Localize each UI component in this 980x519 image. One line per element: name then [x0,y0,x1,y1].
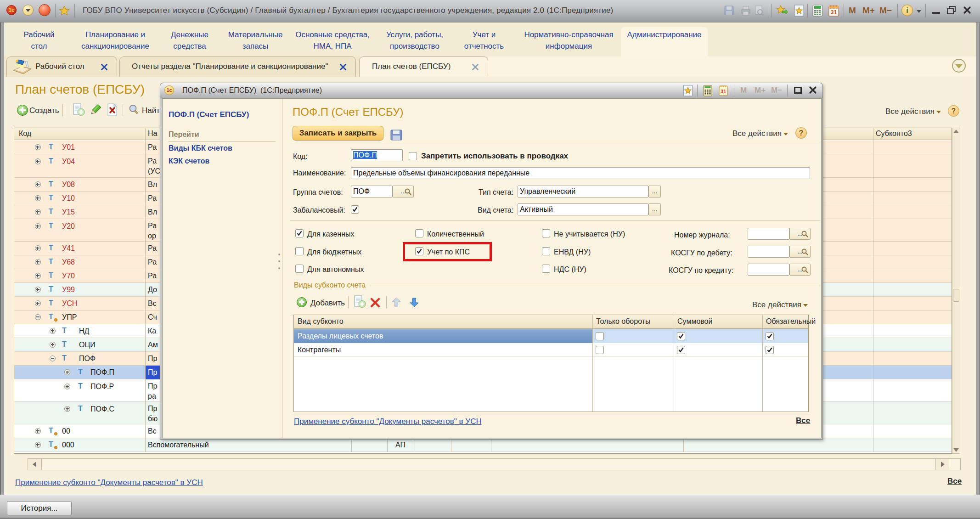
svg-text:31: 31 [831,9,837,16]
svg-text:31: 31 [721,89,726,94]
